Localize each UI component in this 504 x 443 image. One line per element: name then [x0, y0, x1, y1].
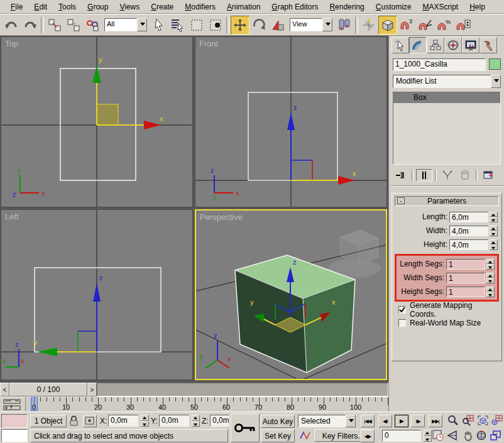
- pin-stack-icon[interactable]: [393, 169, 409, 182]
- time-slider-handle[interactable]: 0 / 100: [9, 383, 87, 397]
- generate-mapping-coords-checkbox[interactable]: [398, 306, 406, 314]
- set-key-button[interactable]: Set Key: [261, 429, 295, 442]
- redo-button[interactable]: [21, 16, 40, 35]
- height-segs-spinner[interactable]: [486, 287, 495, 297]
- menu-customize[interactable]: Customize: [370, 1, 417, 13]
- stack-item-box[interactable]: Box: [393, 92, 500, 103]
- tab-display[interactable]: [462, 37, 479, 53]
- time-slider-track[interactable]: [97, 383, 388, 397]
- time-slider-next-button[interactable]: >: [87, 383, 97, 397]
- chevron-down-icon[interactable]: [137, 18, 147, 31]
- tab-modify[interactable]: [409, 37, 427, 53]
- object-name-field[interactable]: 1_1000_Casilla: [393, 58, 486, 71]
- selection-set-dropdown[interactable]: Selected: [298, 415, 356, 427]
- key-mode-toggle-button[interactable]: ◀▶: [361, 430, 375, 442]
- snaps-toggle-button[interactable]: [378, 16, 397, 35]
- menu-edit[interactable]: Edit: [28, 1, 53, 13]
- remove-modifier-icon[interactable]: [457, 169, 473, 182]
- select-and-move-button[interactable]: [231, 16, 249, 35]
- select-by-name-button[interactable]: [168, 16, 187, 35]
- menu-views[interactable]: Views: [114, 1, 145, 13]
- auto-key-button[interactable]: Auto Key: [261, 415, 295, 428]
- time-slider-prev-button[interactable]: <: [0, 383, 9, 397]
- percent-snap-magnet-button[interactable]: %: [435, 16, 454, 35]
- parameters-rollout-header[interactable]: - Parameters: [395, 196, 499, 206]
- menu-rendering[interactable]: Rendering: [324, 1, 370, 13]
- viewport-top[interactable]: y x y x z Top: [1, 36, 193, 207]
- y-spinner[interactable]: [192, 415, 200, 427]
- zoom-all-icon[interactable]: [461, 414, 474, 427]
- field-of-view-icon[interactable]: [446, 429, 459, 442]
- width-spinner[interactable]: [490, 226, 498, 236]
- go-to-start-button[interactable]: |◀◀: [361, 415, 375, 427]
- play-button[interactable]: ▶: [395, 415, 408, 427]
- length-input[interactable]: 6,0m: [449, 212, 488, 222]
- track-bar-ruler[interactable]: 0 10 20 30 40 50 60 70 80 90 100: [25, 397, 388, 412]
- open-mini-curve-editor-icon[interactable]: [1, 398, 23, 411]
- tab-create[interactable]: [392, 37, 409, 53]
- collapse-icon[interactable]: -: [397, 197, 405, 204]
- modifier-stack[interactable]: Box: [393, 92, 501, 165]
- select-and-manipulate-button[interactable]: [359, 16, 378, 35]
- menu-file[interactable]: File: [5, 1, 28, 13]
- angle-snap-magnet-button[interactable]: [416, 16, 435, 35]
- select-and-link-button[interactable]: [45, 16, 64, 35]
- arc-rotate-icon[interactable]: [475, 429, 488, 442]
- selection-filter-dropdown[interactable]: All: [104, 18, 147, 31]
- time-configuration-icon[interactable]: [432, 430, 444, 443]
- object-color-swatch[interactable]: [489, 58, 501, 70]
- reference-coordinate-system-dropdown[interactable]: View: [290, 18, 332, 31]
- viewport-left[interactable]: z y z y x Left: [1, 209, 193, 380]
- frame-spinner[interactable]: [424, 430, 432, 442]
- selection-lock-icon[interactable]: [69, 415, 79, 429]
- menu-create[interactable]: Create: [145, 1, 179, 13]
- width-segs-input[interactable]: 1: [446, 273, 485, 283]
- select-object-button[interactable]: [150, 16, 168, 35]
- z-coordinate-input[interactable]: 0,0m: [210, 415, 229, 427]
- zoom-extents-all-icon[interactable]: [490, 414, 503, 427]
- next-frame-button[interactable]: ‖▶: [411, 415, 425, 427]
- menu-graph-editors[interactable]: Graph Editors: [266, 1, 324, 13]
- absolute-offset-toggle[interactable]: [83, 415, 97, 427]
- menu-tools[interactable]: Tools: [53, 1, 82, 13]
- select-and-scale-button[interactable]: [268, 16, 287, 35]
- chevron-down-icon[interactable]: [322, 18, 332, 31]
- chevron-down-icon[interactable]: [491, 75, 501, 88]
- menu-maxscript[interactable]: MAXScript: [417, 1, 464, 13]
- spinner-snap-magnet-button[interactable]: [454, 16, 473, 35]
- height-input[interactable]: 4,0m: [449, 239, 488, 250]
- x-spinner[interactable]: [141, 415, 149, 427]
- viewport-front[interactable]: z x z y x Front: [195, 36, 387, 207]
- unlink-selection-button[interactable]: [64, 16, 83, 35]
- show-end-result-icon[interactable]: [416, 169, 432, 182]
- x-coordinate-input[interactable]: 0,0m: [108, 415, 138, 427]
- zoom-extents-icon[interactable]: [476, 414, 490, 427]
- configure-modifier-sets-icon[interactable]: [480, 169, 496, 182]
- go-to-end-button[interactable]: ▶▶|: [429, 415, 442, 427]
- menu-animation[interactable]: Animation: [221, 1, 266, 13]
- length-segs-spinner[interactable]: [486, 259, 495, 270]
- length-segs-input[interactable]: 1: [446, 259, 485, 270]
- tab-hierarchy[interactable]: [427, 37, 444, 53]
- viewport-perspective[interactable]: z y x z y x Perspective: [195, 209, 387, 380]
- snap-3d-magnet-button[interactable]: 3: [397, 16, 416, 35]
- chevron-down-icon[interactable]: [346, 415, 356, 427]
- current-frame-input[interactable]: 0: [382, 430, 421, 442]
- zoom-icon[interactable]: [446, 414, 459, 427]
- height-segs-input[interactable]: 1: [446, 287, 485, 297]
- width-segs-spinner[interactable]: [486, 273, 495, 283]
- use-pivot-point-center-button[interactable]: [335, 16, 354, 35]
- maxscript-mini-listener[interactable]: [1, 429, 28, 442]
- set-keys-button[interactable]: [231, 413, 260, 442]
- width-input[interactable]: 4,0m: [449, 226, 488, 236]
- default-in-out-tangents-icon[interactable]: [299, 429, 312, 443]
- y-coordinate-input[interactable]: 0,0m: [159, 415, 189, 427]
- menu-help[interactable]: Help: [464, 1, 491, 13]
- real-world-map-size-checkbox[interactable]: [398, 319, 406, 327]
- previous-frame-button[interactable]: ◀‖: [378, 415, 392, 427]
- rectangular-selection-region-button[interactable]: [187, 16, 206, 35]
- make-unique-icon[interactable]: [439, 169, 456, 182]
- pan-hand-icon[interactable]: [461, 429, 474, 442]
- height-spinner[interactable]: [490, 239, 498, 250]
- window-crossing-toggle-button[interactable]: [206, 16, 225, 35]
